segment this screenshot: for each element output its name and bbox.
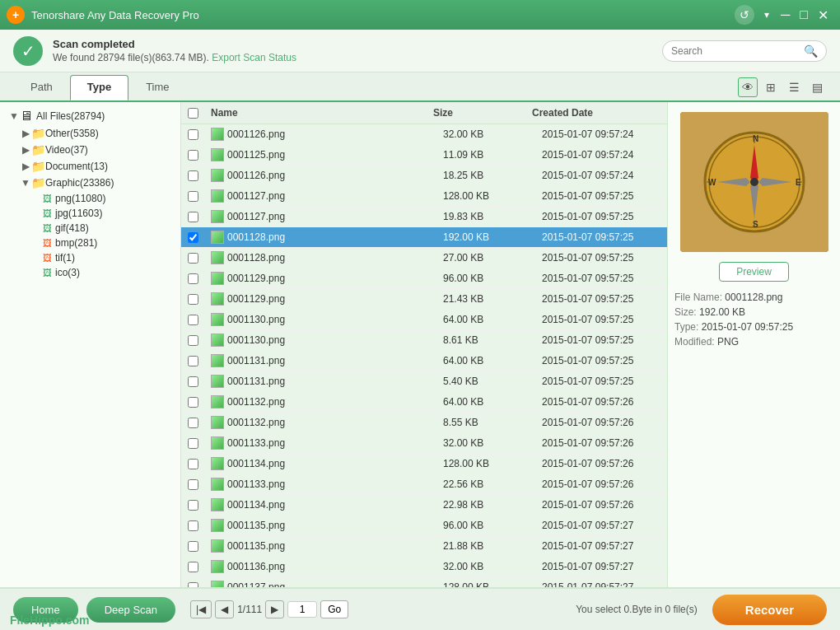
tree-item-jpg[interactable]: 🖼 jpg(11603): [28, 206, 175, 221]
history-button[interactable]: ↺: [735, 5, 754, 25]
table-row[interactable]: 0001130.png64.00 KB2015-01-07 09:57:25: [181, 310, 667, 330]
titlebar: + Tenorshare Any Data Recovery Pro ↺ ▾ ─…: [0, 0, 840, 30]
table-row[interactable]: 0001126.png18.25 KB2015-01-07 09:57:24: [181, 166, 667, 186]
table-row[interactable]: 0001132.png8.55 KB2015-01-07 09:57:26: [181, 413, 667, 433]
tree-item-video[interactable]: ▶ 📁 Video(37): [16, 142, 175, 158]
tab-path[interactable]: Path: [13, 75, 70, 100]
table-row[interactable]: 0001134.png128.00 KB2015-01-07 09:57:26: [181, 454, 667, 474]
row-checkbox[interactable]: [188, 376, 198, 387]
table-row[interactable]: 0001128.png192.00 KB2015-01-07 09:57:25: [181, 227, 667, 248]
row-size: 11.09 KB: [436, 147, 535, 162]
row-checkbox[interactable]: [188, 562, 198, 572]
watermark: FileHippo.com: [10, 614, 89, 627]
close-button[interactable]: ✕: [813, 6, 833, 25]
file-table-body: 0001126.png32.00 KB2015-01-07 09:57:2400…: [181, 124, 667, 587]
row-checkbox[interactable]: [188, 232, 198, 243]
maximize-button[interactable]: □: [795, 6, 813, 24]
file-thumbnail: [211, 560, 224, 573]
bottombar: Home Deep Scan |◀ ◀ 1/111 ▶ Go You selec…: [0, 587, 840, 630]
table-row[interactable]: 0001129.png96.00 KB2015-01-07 09:57:25: [181, 268, 667, 289]
export-scan-link[interactable]: Export Scan Status: [212, 52, 296, 63]
row-checkbox[interactable]: [188, 294, 198, 305]
row-checkbox[interactable]: [188, 253, 198, 264]
search-input[interactable]: [671, 45, 804, 57]
view-preview-button[interactable]: 👁: [738, 77, 758, 97]
tree-item-gif[interactable]: 🖼 gif(418): [28, 221, 175, 236]
tree-item-ico[interactable]: 🖼 ico(3): [28, 265, 175, 280]
table-row[interactable]: 0001127.png128.00 KB2015-01-07 09:57:25: [181, 186, 667, 207]
row-checkbox[interactable]: [188, 150, 198, 161]
table-row[interactable]: 0001135.png21.88 KB2015-01-07 09:57:27: [181, 536, 667, 557]
table-row[interactable]: 0001128.png27.00 KB2015-01-07 09:57:25: [181, 248, 667, 268]
page-first-button[interactable]: |◀: [190, 600, 212, 618]
file-modified-label: Modified:: [674, 336, 715, 348]
view-detail-button[interactable]: ▤: [807, 77, 827, 97]
table-row[interactable]: 0001135.png96.00 KB2015-01-07 09:57:27: [181, 516, 667, 536]
toggle-video[interactable]: ▶: [20, 144, 31, 156]
row-checkbox-cell: [181, 148, 204, 162]
row-name: 0001135.png: [204, 538, 436, 554]
toggle-graphic[interactable]: ▼: [20, 177, 31, 189]
recover-button[interactable]: Recover: [712, 595, 827, 625]
table-row[interactable]: 0001125.png11.09 KB2015-01-07 09:57:24: [181, 145, 667, 166]
page-current: 1/111: [237, 604, 262, 615]
row-checkbox[interactable]: [188, 356, 198, 366]
row-checkbox-cell: [181, 251, 204, 265]
row-checkbox[interactable]: [188, 582, 198, 588]
row-checkbox[interactable]: [188, 500, 198, 511]
table-row[interactable]: 0001127.png19.83 KB2015-01-07 09:57:25: [181, 207, 667, 227]
table-row[interactable]: 0001129.png21.43 KB2015-01-07 09:57:25: [181, 289, 667, 310]
page-input[interactable]: [287, 601, 317, 618]
table-row[interactable]: 0001133.png32.00 KB2015-01-07 09:57:26: [181, 433, 667, 454]
row-checkbox[interactable]: [188, 479, 198, 490]
page-prev-button[interactable]: ◀: [215, 600, 234, 618]
table-row[interactable]: 0001131.png5.40 KB2015-01-07 09:57:25: [181, 371, 667, 392]
row-size: 96.00 KB: [436, 271, 535, 286]
table-row[interactable]: 0001134.png22.98 KB2015-01-07 09:57:26: [181, 495, 667, 516]
select-all-checkbox[interactable]: [188, 108, 198, 119]
tree-item-tif[interactable]: 🖼 tif(1): [28, 250, 175, 265]
row-checkbox[interactable]: [188, 418, 198, 428]
row-checkbox[interactable]: [188, 397, 198, 408]
table-row[interactable]: 0001131.png64.00 KB2015-01-07 09:57:25: [181, 351, 667, 371]
tab-time[interactable]: Time: [128, 75, 186, 100]
tree-item-document[interactable]: ▶ 📁 Document(13): [16, 158, 175, 175]
row-checkbox[interactable]: [188, 459, 198, 469]
toggle-document[interactable]: ▶: [20, 161, 31, 172]
table-row[interactable]: 0001136.png32.00 KB2015-01-07 09:57:27: [181, 557, 667, 577]
minimize-button[interactable]: ─: [776, 6, 795, 24]
page-next-button[interactable]: ▶: [265, 600, 284, 618]
table-row[interactable]: 0001137.png128.00 KB2015-01-07 09:57:27: [181, 577, 667, 587]
row-checkbox[interactable]: [188, 315, 198, 325]
row-name: 0001127.png: [204, 188, 436, 204]
row-checkbox[interactable]: [188, 129, 198, 140]
table-row[interactable]: 0001126.png32.00 KB2015-01-07 09:57:24: [181, 124, 667, 145]
row-checkbox[interactable]: [188, 520, 198, 531]
row-checkbox[interactable]: [188, 541, 198, 552]
table-row[interactable]: 0001132.png64.00 KB2015-01-07 09:57:26: [181, 392, 667, 413]
tree-item-other[interactable]: ▶ 📁 Other(5358): [16, 125, 175, 142]
row-size: 8.61 KB: [436, 333, 535, 348]
tree-item-bmp[interactable]: 🖼 bmp(281): [28, 236, 175, 250]
row-checkbox[interactable]: [188, 191, 198, 202]
table-row[interactable]: 0001130.png8.61 KB2015-01-07 09:57:25: [181, 330, 667, 351]
view-grid-button[interactable]: ⊞: [761, 77, 781, 97]
preview-button[interactable]: Preview: [719, 262, 789, 282]
tree-item-graphic[interactable]: ▼ 📁 Graphic(23386): [16, 175, 175, 191]
table-row[interactable]: 0001133.png22.56 KB2015-01-07 09:57:26: [181, 474, 667, 495]
row-checkbox[interactable]: [188, 170, 198, 181]
go-button[interactable]: Go: [320, 600, 348, 618]
tree-item-all-files[interactable]: ▼ 🖥 All Files(28794): [5, 107, 175, 125]
row-checkbox[interactable]: [188, 335, 198, 346]
deep-scan-button[interactable]: Deep Scan: [86, 597, 175, 623]
row-size: 64.00 KB: [436, 312, 535, 327]
view-list-button[interactable]: ☰: [784, 77, 804, 97]
tab-type[interactable]: Type: [70, 75, 128, 100]
tree-item-png[interactable]: 🖼 png(11080): [28, 191, 175, 206]
toggle-other[interactable]: ▶: [20, 128, 31, 139]
row-checkbox[interactable]: [188, 273, 198, 284]
row-checkbox[interactable]: [188, 212, 198, 222]
toggle-all-files[interactable]: ▼: [8, 110, 20, 122]
dropdown-button[interactable]: ▾: [758, 7, 776, 22]
row-checkbox[interactable]: [188, 438, 198, 449]
